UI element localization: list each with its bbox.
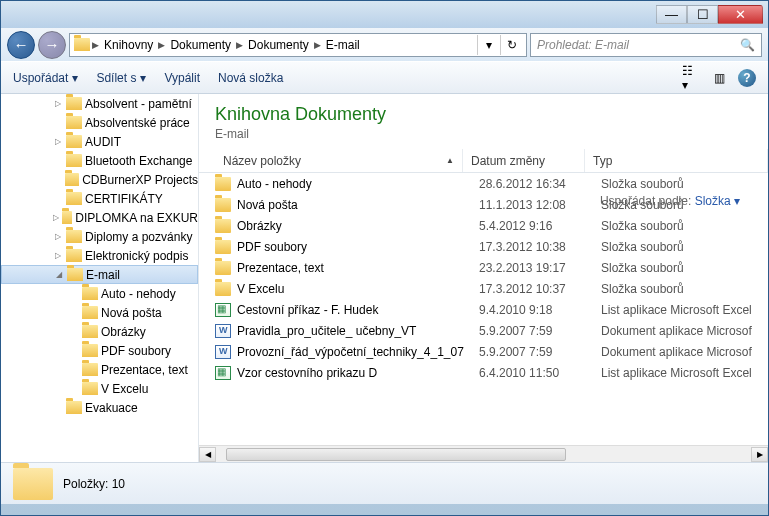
list-item[interactable]: Vzor cestovního prikazu D6.4.2010 11:50L… — [199, 362, 768, 383]
folder-icon — [62, 211, 72, 224]
expand-icon[interactable]: ▷ — [53, 99, 63, 108]
tree-item[interactable]: Bluetooth Exchange — [1, 151, 198, 170]
tree-item[interactable]: Absolventské práce — [1, 113, 198, 132]
arrange-by[interactable]: Uspořádat podle: Složka ▾ — [600, 194, 740, 208]
folder-tree[interactable]: ▷Absolvent - pamětníAbsolventské práce▷A… — [1, 94, 199, 462]
tree-item[interactable]: PDF soubory — [1, 341, 198, 360]
search-placeholder: Prohledat: E-mail — [537, 38, 629, 52]
tree-item[interactable]: CDBurnerXP Projects — [1, 170, 198, 189]
item-type: List aplikace Microsoft Excel — [601, 366, 752, 380]
folder-icon — [82, 382, 98, 395]
share-menu[interactable]: Sdílet s ▾ — [96, 71, 146, 85]
tree-item[interactable]: ▷Absolvent - pamětní — [1, 94, 198, 113]
folder-icon — [65, 173, 79, 186]
burn-button[interactable]: Vypálit — [164, 71, 200, 85]
expand-icon[interactable]: ▷ — [53, 213, 59, 222]
list-item[interactable]: Pravidla_pro_učitele_ učebny_VT5.9.2007 … — [199, 320, 768, 341]
breadcrumb[interactable]: Dokumenty — [245, 36, 312, 54]
explorer-window: — ☐ ✕ ← → ▶ Knihovny ▶ Dokumenty ▶ Dokum… — [0, 0, 769, 516]
list-item[interactable]: Provozní_řád_výpočetní_techniky_4_1_075.… — [199, 341, 768, 362]
column-headers: Název položky ▲ Datum změny Typ — [199, 149, 768, 173]
scroll-left-icon[interactable]: ◀ — [199, 447, 216, 462]
tree-item[interactable]: CERTIFIKÁTY — [1, 189, 198, 208]
forward-button[interactable]: → — [38, 31, 66, 59]
tree-item[interactable]: Obrázky — [1, 322, 198, 341]
maximize-button[interactable]: ☐ — [687, 5, 718, 24]
item-type: Dokument aplikace Microsof — [601, 345, 752, 359]
folder-icon — [66, 135, 82, 148]
tree-item[interactable]: Evakuace — [1, 398, 198, 417]
search-icon[interactable]: 🔍 — [740, 38, 755, 52]
folder-icon — [82, 287, 98, 300]
column-type[interactable]: Typ — [585, 149, 768, 172]
history-dropdown-icon[interactable]: ▾ — [477, 35, 499, 55]
tree-item[interactable]: Prezentace, text — [1, 360, 198, 379]
scroll-thumb[interactable] — [226, 448, 566, 461]
item-name: Obrázky — [237, 219, 479, 233]
preview-pane-button[interactable]: ▥ — [710, 69, 728, 87]
expand-icon[interactable]: ▷ — [53, 137, 63, 146]
toolbar: Uspořádat ▾ Sdílet s ▾ Vypálit Nová slož… — [1, 61, 768, 94]
tree-item-label: CERTIFIKÁTY — [85, 192, 163, 206]
list-item[interactable]: V Excelu17.3.2012 10:37Složka souborů — [199, 278, 768, 299]
chevron-right-icon[interactable]: ▶ — [92, 40, 99, 50]
column-date[interactable]: Datum změny — [463, 149, 585, 172]
address-bar[interactable]: ▶ Knihovny ▶ Dokumenty ▶ Dokumenty ▶ E-m… — [69, 33, 527, 57]
tree-item[interactable]: V Excelu — [1, 379, 198, 398]
xls-icon — [215, 303, 231, 317]
folder-icon — [66, 154, 82, 167]
tree-item[interactable]: ▷DIPLOMKA na EXKUR — [1, 208, 198, 227]
list-item[interactable]: PDF soubory17.3.2012 10:38Složka souborů — [199, 236, 768, 257]
sort-asc-icon: ▲ — [446, 156, 454, 165]
folder-icon — [66, 230, 82, 243]
expand-icon[interactable]: ▷ — [53, 251, 63, 260]
folder-icon — [74, 38, 90, 51]
list-item[interactable]: Obrázky5.4.2012 9:16Složka souborů — [199, 215, 768, 236]
chevron-right-icon[interactable]: ▶ — [314, 40, 321, 50]
chevron-right-icon[interactable]: ▶ — [158, 40, 165, 50]
item-name: Provozní_řád_výpočetní_techniky_4_1_07 — [237, 345, 479, 359]
folder-icon — [82, 306, 98, 319]
tree-item-label: Prezentace, text — [101, 363, 188, 377]
back-button[interactable]: ← — [7, 31, 35, 59]
item-date: 5.9.2007 7:59 — [479, 345, 601, 359]
breadcrumb[interactable]: E-mail — [323, 36, 363, 54]
tree-item[interactable]: ▷AUDIT — [1, 132, 198, 151]
tree-item[interactable]: Auto - nehody — [1, 284, 198, 303]
new-folder-button[interactable]: Nová složka — [218, 71, 283, 85]
view-options-button[interactable]: ☷ ▾ — [682, 69, 700, 87]
list-item[interactable]: Cestovní příkaz - F. Hudek9.4.2010 9:18L… — [199, 299, 768, 320]
organize-menu[interactable]: Uspořádat ▾ — [13, 71, 78, 85]
folder-icon — [66, 192, 82, 205]
item-date: 23.2.2013 19:17 — [479, 261, 601, 275]
list-item[interactable]: Auto - nehody28.6.2012 16:34Složka soubo… — [199, 173, 768, 194]
minimize-button[interactable]: — — [656, 5, 687, 24]
search-input[interactable]: Prohledat: E-mail 🔍 — [530, 33, 762, 57]
folder-icon — [215, 219, 231, 233]
tree-item[interactable]: ▷Elektronický podpis — [1, 246, 198, 265]
close-button[interactable]: ✕ — [718, 5, 763, 24]
refresh-icon[interactable]: ↻ — [500, 35, 522, 55]
tree-item-label: CDBurnerXP Projects — [82, 173, 198, 187]
scroll-right-icon[interactable]: ▶ — [751, 447, 768, 462]
help-icon[interactable]: ? — [738, 69, 756, 87]
folder-icon — [66, 401, 82, 414]
tree-item-label: Absolventské práce — [85, 116, 190, 130]
item-name: Nová pošta — [237, 198, 479, 212]
list-item[interactable]: Prezentace, text23.2.2013 19:17Složka so… — [199, 257, 768, 278]
expand-icon[interactable]: ◢ — [54, 270, 64, 279]
tree-item-label: Absolvent - pamětní — [85, 97, 192, 111]
file-list[interactable]: Auto - nehody28.6.2012 16:34Složka soubo… — [199, 173, 768, 445]
breadcrumb[interactable]: Knihovny — [101, 36, 156, 54]
doc-icon — [215, 345, 231, 359]
tree-item[interactable]: ◢E-mail — [1, 265, 198, 284]
column-name[interactable]: Název položky ▲ — [215, 149, 463, 172]
tree-item[interactable]: Nová pošta — [1, 303, 198, 322]
breadcrumb[interactable]: Dokumenty — [167, 36, 234, 54]
item-name: PDF soubory — [237, 240, 479, 254]
horizontal-scrollbar[interactable]: ◀ ▶ — [199, 445, 768, 462]
expand-icon[interactable]: ▷ — [53, 232, 63, 241]
chevron-right-icon[interactable]: ▶ — [236, 40, 243, 50]
tree-item[interactable]: ▷Diplomy a pozvánky — [1, 227, 198, 246]
library-subtitle: E-mail — [215, 127, 752, 141]
